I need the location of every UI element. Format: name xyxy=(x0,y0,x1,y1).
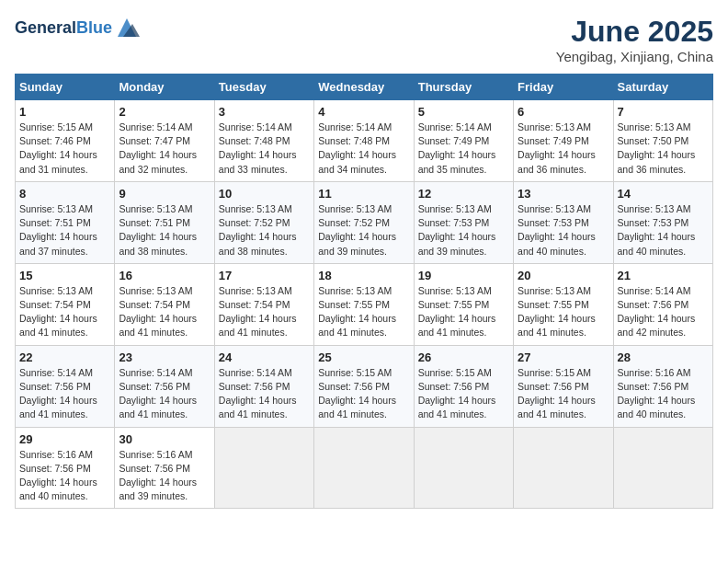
calendar-cell: 28Sunrise: 5:16 AMSunset: 7:56 PMDayligh… xyxy=(613,345,712,427)
header-cell-monday: Monday xyxy=(115,75,214,100)
title-area: June 2025 Yengibag, Xinjiang, China xyxy=(556,15,713,64)
day-number: 22 xyxy=(19,350,110,364)
calendar-table: SundayMondayTuesdayWednesdayThursdayFrid… xyxy=(15,74,713,509)
day-info: Sunrise: 5:16 AMSunset: 7:56 PMDaylight:… xyxy=(119,448,210,504)
calendar-cell: 17Sunrise: 5:13 AMSunset: 7:54 PMDayligh… xyxy=(214,263,313,345)
day-number: 12 xyxy=(418,187,509,201)
day-info: Sunrise: 5:13 AMSunset: 7:54 PMDaylight:… xyxy=(119,284,210,340)
day-number: 21 xyxy=(618,269,709,282)
day-number: 10 xyxy=(219,187,310,201)
calendar-cell: 6Sunrise: 5:13 AMSunset: 7:49 PMDaylight… xyxy=(514,100,613,182)
day-number: 2 xyxy=(119,105,210,119)
calendar-week-5: 29Sunrise: 5:16 AMSunset: 7:56 PMDayligh… xyxy=(16,427,713,509)
calendar-cell xyxy=(514,427,613,509)
calendar-cell: 18Sunrise: 5:13 AMSunset: 7:55 PMDayligh… xyxy=(314,263,414,345)
day-info: Sunrise: 5:13 AMSunset: 7:51 PMDaylight:… xyxy=(119,202,210,259)
calendar-cell: 12Sunrise: 5:13 AMSunset: 7:53 PMDayligh… xyxy=(414,181,513,263)
header-cell-wednesday: Wednesday xyxy=(314,75,414,100)
day-number: 25 xyxy=(318,350,409,364)
calendar-cell: 9Sunrise: 5:13 AMSunset: 7:51 PMDaylight… xyxy=(115,181,214,263)
calendar-cell: 24Sunrise: 5:14 AMSunset: 7:56 PMDayligh… xyxy=(214,345,313,427)
day-number: 28 xyxy=(618,350,709,364)
day-info: Sunrise: 5:13 AMSunset: 7:52 PMDaylight:… xyxy=(318,202,409,259)
day-number: 9 xyxy=(119,187,210,201)
header-cell-tuesday: Tuesday xyxy=(214,75,313,100)
day-number: 30 xyxy=(119,432,210,446)
day-info: Sunrise: 5:13 AMSunset: 7:55 PMDaylight:… xyxy=(418,284,509,340)
calendar-cell xyxy=(613,427,712,509)
header-cell-thursday: Thursday xyxy=(414,75,513,100)
day-number: 8 xyxy=(19,187,110,201)
day-number: 18 xyxy=(318,269,409,282)
day-info: Sunrise: 5:13 AMSunset: 7:55 PMDaylight:… xyxy=(318,284,409,340)
day-info: Sunrise: 5:13 AMSunset: 7:54 PMDaylight:… xyxy=(19,284,110,340)
day-number: 23 xyxy=(119,350,210,364)
calendar-cell: 15Sunrise: 5:13 AMSunset: 7:54 PMDayligh… xyxy=(16,263,115,345)
day-info: Sunrise: 5:15 AMSunset: 7:56 PMDaylight:… xyxy=(518,366,609,422)
day-info: Sunrise: 5:14 AMSunset: 7:56 PMDaylight:… xyxy=(219,366,310,422)
header-cell-friday: Friday xyxy=(514,75,613,100)
day-number: 7 xyxy=(618,105,709,119)
calendar-cell: 21Sunrise: 5:14 AMSunset: 7:56 PMDayligh… xyxy=(613,263,712,345)
calendar-cell: 29Sunrise: 5:16 AMSunset: 7:56 PMDayligh… xyxy=(16,427,115,509)
day-info: Sunrise: 5:14 AMSunset: 7:56 PMDaylight:… xyxy=(119,366,210,422)
day-info: Sunrise: 5:13 AMSunset: 7:49 PMDaylight:… xyxy=(518,121,609,177)
calendar-cell: 10Sunrise: 5:13 AMSunset: 7:52 PMDayligh… xyxy=(214,181,313,263)
day-info: Sunrise: 5:13 AMSunset: 7:51 PMDaylight:… xyxy=(19,202,110,259)
calendar-title: June 2025 xyxy=(556,15,713,49)
day-info: Sunrise: 5:15 AMSunset: 7:46 PMDaylight:… xyxy=(19,121,110,177)
day-number: 13 xyxy=(518,187,609,201)
day-number: 16 xyxy=(119,269,210,282)
day-number: 11 xyxy=(318,187,409,201)
calendar-cell: 1Sunrise: 5:15 AMSunset: 7:46 PMDaylight… xyxy=(16,100,115,182)
day-number: 15 xyxy=(19,269,110,282)
day-number: 17 xyxy=(219,269,310,282)
day-info: Sunrise: 5:14 AMSunset: 7:56 PMDaylight:… xyxy=(618,284,709,340)
calendar-cell: 30Sunrise: 5:16 AMSunset: 7:56 PMDayligh… xyxy=(115,427,214,509)
calendar-cell: 8Sunrise: 5:13 AMSunset: 7:51 PMDaylight… xyxy=(16,181,115,263)
day-info: Sunrise: 5:13 AMSunset: 7:50 PMDaylight:… xyxy=(618,121,709,177)
calendar-cell: 25Sunrise: 5:15 AMSunset: 7:56 PMDayligh… xyxy=(314,345,414,427)
day-info: Sunrise: 5:13 AMSunset: 7:55 PMDaylight:… xyxy=(518,284,609,340)
calendar-cell: 19Sunrise: 5:13 AMSunset: 7:55 PMDayligh… xyxy=(414,263,513,345)
calendar-cell: 4Sunrise: 5:14 AMSunset: 7:48 PMDaylight… xyxy=(314,100,414,182)
day-info: Sunrise: 5:14 AMSunset: 7:49 PMDaylight:… xyxy=(418,121,509,177)
calendar-cell: 22Sunrise: 5:14 AMSunset: 7:56 PMDayligh… xyxy=(16,345,115,427)
calendar-cell: 7Sunrise: 5:13 AMSunset: 7:50 PMDaylight… xyxy=(613,100,712,182)
calendar-cell xyxy=(214,427,313,509)
day-info: Sunrise: 5:13 AMSunset: 7:53 PMDaylight:… xyxy=(618,202,709,259)
day-number: 26 xyxy=(418,350,509,364)
day-info: Sunrise: 5:14 AMSunset: 7:48 PMDaylight:… xyxy=(219,121,310,177)
calendar-week-4: 22Sunrise: 5:14 AMSunset: 7:56 PMDayligh… xyxy=(16,345,713,427)
day-number: 20 xyxy=(518,269,609,282)
day-info: Sunrise: 5:16 AMSunset: 7:56 PMDaylight:… xyxy=(618,366,709,422)
calendar-cell: 27Sunrise: 5:15 AMSunset: 7:56 PMDayligh… xyxy=(514,345,613,427)
day-number: 4 xyxy=(318,105,409,119)
calendar-subtitle: Yengibag, Xinjiang, China xyxy=(556,49,713,64)
calendar-week-1: 1Sunrise: 5:15 AMSunset: 7:46 PMDaylight… xyxy=(16,100,713,182)
day-info: Sunrise: 5:15 AMSunset: 7:56 PMDaylight:… xyxy=(318,366,409,422)
day-number: 1 xyxy=(19,105,110,119)
day-info: Sunrise: 5:14 AMSunset: 7:48 PMDaylight:… xyxy=(318,121,409,177)
day-info: Sunrise: 5:16 AMSunset: 7:56 PMDaylight:… xyxy=(19,448,110,504)
day-number: 24 xyxy=(219,350,310,364)
calendar-cell: 16Sunrise: 5:13 AMSunset: 7:54 PMDayligh… xyxy=(115,263,214,345)
logo: GeneralBlue xyxy=(15,15,140,40)
calendar-cell: 20Sunrise: 5:13 AMSunset: 7:55 PMDayligh… xyxy=(514,263,613,345)
calendar-cell xyxy=(414,427,513,509)
day-number: 27 xyxy=(518,350,609,364)
header-cell-saturday: Saturday xyxy=(613,75,712,100)
calendar-cell: 14Sunrise: 5:13 AMSunset: 7:53 PMDayligh… xyxy=(613,181,712,263)
header-cell-sunday: Sunday xyxy=(16,75,115,100)
header: GeneralBlue June 2025 Yengibag, Xinjiang… xyxy=(15,15,713,64)
day-info: Sunrise: 5:14 AMSunset: 7:47 PMDaylight:… xyxy=(119,121,210,177)
calendar-cell xyxy=(314,427,414,509)
day-number: 6 xyxy=(518,105,609,119)
day-info: Sunrise: 5:13 AMSunset: 7:53 PMDaylight:… xyxy=(518,202,609,259)
calendar-cell: 3Sunrise: 5:14 AMSunset: 7:48 PMDaylight… xyxy=(214,100,313,182)
header-row: SundayMondayTuesdayWednesdayThursdayFrid… xyxy=(16,75,713,100)
calendar-cell: 2Sunrise: 5:14 AMSunset: 7:47 PMDaylight… xyxy=(115,100,214,182)
day-info: Sunrise: 5:13 AMSunset: 7:52 PMDaylight:… xyxy=(219,202,310,259)
day-info: Sunrise: 5:15 AMSunset: 7:56 PMDaylight:… xyxy=(418,366,509,422)
day-number: 14 xyxy=(618,187,709,201)
